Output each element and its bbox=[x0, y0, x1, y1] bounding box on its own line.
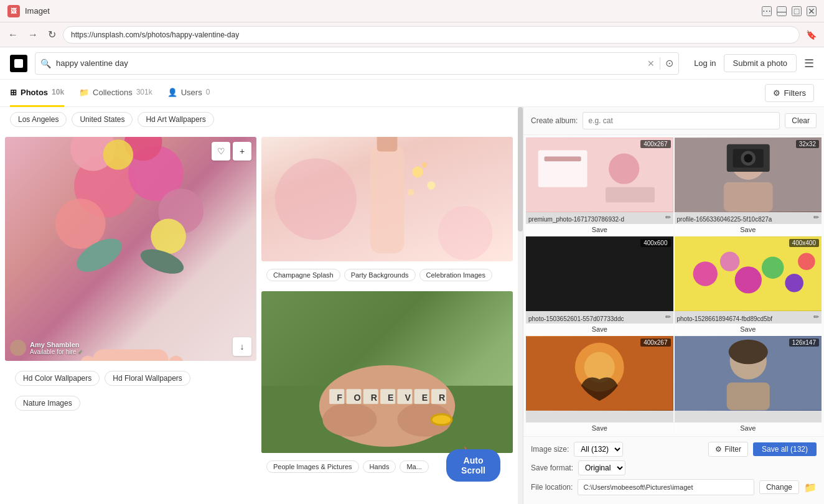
add-to-collection-button[interactable]: + bbox=[233, 142, 251, 161]
svg-rect-14 bbox=[370, 145, 405, 254]
tag-hd-color-wallpapers[interactable]: Hd Color Wallpapers bbox=[15, 371, 100, 386]
back-button[interactable]: ← bbox=[5, 28, 21, 42]
photo-flower-heart[interactable]: ♡ + Amy Shamblen Available for hire ✓ ↓ bbox=[5, 137, 256, 361]
saved-item-1[interactable]: 400x267 premium_photo-1671730786932-d ✏ … bbox=[526, 138, 673, 235]
auto-scroll-button[interactable]: Auto Scroll bbox=[446, 449, 500, 482]
saved-item-3[interactable]: 400x600 photo-1503652601-557d07733ddc ✏ … bbox=[526, 236, 673, 334]
svg-point-18 bbox=[408, 189, 414, 196]
photo-author: Amy Shamblen Available for hire ✓ bbox=[10, 340, 83, 356]
edit-icon-3[interactable]: ✏ bbox=[665, 313, 671, 321]
svg-point-19 bbox=[422, 162, 428, 168]
photo-champagne[interactable] bbox=[261, 137, 513, 261]
tag-party-backgrounds[interactable]: Party Backgrounds bbox=[344, 269, 416, 281]
tag-hd-art-wallpapers[interactable]: Hd Art Wallpapers bbox=[138, 112, 213, 127]
filters-button[interactable]: ⚙ Filters bbox=[765, 84, 814, 102]
img-size-badge-2: 32x32 bbox=[796, 140, 819, 148]
bookmark-button[interactable]: 🔖 bbox=[803, 29, 819, 41]
footer-row-3: File location: Change 📁 bbox=[531, 479, 817, 495]
like-button[interactable]: ♡ bbox=[212, 142, 230, 161]
save-format-select[interactable]: Original JPG PNG WebP bbox=[578, 460, 625, 475]
url-bar[interactable] bbox=[63, 26, 800, 44]
submit-photo-button[interactable]: Submit a photo bbox=[724, 54, 797, 72]
tag-celebration-images[interactable]: Celebration Images bbox=[419, 269, 492, 281]
save-format-label: Save format: bbox=[531, 464, 573, 472]
login-button[interactable]: Log in bbox=[694, 58, 716, 68]
champagne-tags: Champagne Splash Party Backgrounds Celeb… bbox=[261, 266, 513, 286]
bottom-tags-area2: Nature Images bbox=[5, 396, 256, 416]
svg-point-67 bbox=[728, 339, 767, 363]
edit-icon-4[interactable]: ✏ bbox=[813, 313, 819, 321]
saved-img-3 bbox=[526, 236, 673, 311]
save-item-button-5[interactable]: Save bbox=[526, 422, 673, 434]
search-divider bbox=[660, 57, 660, 70]
tag-united-states[interactable]: United States bbox=[72, 112, 133, 127]
maximize-btn[interactable]: □ bbox=[792, 6, 802, 16]
filter-button-small[interactable]: ⚙ Filter bbox=[708, 442, 748, 457]
tab-photos[interactable]: ⊞ Photos 10k bbox=[10, 80, 64, 107]
save-item-button-4[interactable]: Save bbox=[675, 323, 822, 335]
file-path-input[interactable] bbox=[578, 479, 754, 495]
edit-icon-1[interactable]: ✏ bbox=[665, 213, 671, 222]
tab-users[interactable]: 👤 Users 0 bbox=[167, 80, 210, 107]
tag-los-angeles[interactable]: Los Angeles bbox=[10, 112, 67, 127]
saved-item-2[interactable]: 32x32 profile-1656336046225-5f10c827a ✏ … bbox=[675, 138, 822, 235]
file-location-label: File location: bbox=[531, 483, 573, 492]
tag-ma[interactable]: Ma... bbox=[400, 460, 428, 473]
img-size-badge-1: 400x267 bbox=[640, 140, 670, 148]
svg-text:F: F bbox=[337, 393, 342, 403]
tag-hd-floral-wallpapers[interactable]: Hd Floral Wallpapers bbox=[105, 371, 190, 386]
svg-rect-13 bbox=[169, 356, 184, 361]
bottom-tags-area: Hd Color Wallpapers Hd Floral Wallpapers bbox=[5, 366, 256, 391]
tab-collections[interactable]: 📁 Collections 301k bbox=[79, 80, 152, 107]
save-all-button[interactable]: Save all (132) bbox=[753, 442, 817, 456]
users-icon: 👤 bbox=[167, 88, 177, 97]
image-size-select[interactable]: All (132) Large Medium Small bbox=[574, 442, 623, 457]
app-title: Imaget bbox=[25, 6, 50, 16]
saved-img-2 bbox=[675, 138, 822, 212]
svg-point-60 bbox=[798, 253, 815, 271]
refresh-button[interactable]: ↻ bbox=[45, 27, 59, 42]
saved-img-5 bbox=[526, 336, 673, 411]
saved-img-4 bbox=[675, 236, 822, 311]
content-panel: Los Angeles United States Hd Art Wallpap… bbox=[0, 107, 523, 504]
save-item-button-2[interactable]: Save bbox=[675, 223, 822, 235]
svg-point-57 bbox=[734, 267, 761, 294]
svg-rect-11 bbox=[93, 350, 168, 361]
folder-button[interactable]: 📁 bbox=[804, 482, 817, 493]
tag-champagne-splash[interactable]: Champagne Splash bbox=[266, 269, 340, 281]
tags-area: Los Angeles United States Hd Art Wallpap… bbox=[0, 107, 523, 132]
more-btn[interactable]: ⋯ bbox=[762, 6, 772, 16]
collections-icon: 📁 bbox=[79, 88, 89, 97]
change-button[interactable]: Change bbox=[759, 480, 799, 494]
minimize-btn[interactable]: — bbox=[777, 6, 787, 16]
saved-item-4[interactable]: 400x400 photo-1528661894674-fbd89cd5bf ✏… bbox=[675, 236, 822, 334]
scroll-track[interactable] bbox=[518, 107, 523, 504]
save-item-button-6[interactable]: Save bbox=[675, 422, 822, 434]
save-item-button-1[interactable]: Save bbox=[526, 223, 673, 235]
svg-point-55 bbox=[693, 262, 717, 286]
svg-point-21 bbox=[438, 206, 492, 260]
album-input[interactable] bbox=[583, 112, 780, 129]
close-btn[interactable]: ✕ bbox=[807, 6, 817, 16]
photo-grid: ♡ + Amy Shamblen Available for hire ✓ ↓ bbox=[0, 132, 523, 483]
download-button[interactable]: ↓ bbox=[233, 337, 251, 356]
tag-hands[interactable]: Hands bbox=[363, 460, 396, 473]
saved-images-grid: 400x267 premium_photo-1671730786932-d ✏ … bbox=[523, 135, 824, 436]
tag-people-images[interactable]: People Images & Pictures bbox=[266, 460, 359, 473]
saved-item-6[interactable]: 126x147 Save bbox=[675, 336, 822, 434]
svg-text:O: O bbox=[353, 393, 360, 403]
menu-button[interactable]: ☰ bbox=[804, 57, 814, 70]
tag-nature-images[interactable]: Nature Images bbox=[15, 396, 80, 411]
scroll-thumb[interactable] bbox=[518, 107, 523, 231]
forward-button[interactable]: → bbox=[25, 28, 41, 42]
img-size-badge-3: 400x600 bbox=[640, 239, 670, 247]
edit-icon-2[interactable]: ✏ bbox=[813, 213, 819, 222]
saved-item-5[interactable]: 400x267 Save bbox=[526, 336, 673, 434]
camera-search-button[interactable]: ⊙ bbox=[665, 57, 673, 69]
photo-hands-forever[interactable]: F O R E V E R bbox=[261, 291, 513, 453]
clear-button[interactable]: Clear bbox=[785, 113, 817, 128]
search-input[interactable] bbox=[56, 58, 642, 68]
titlebar: 🖼 Imaget ⋯ — □ ✕ bbox=[0, 0, 824, 22]
save-item-button-3[interactable]: Save bbox=[526, 323, 673, 335]
clear-search-button[interactable]: ✕ bbox=[647, 58, 655, 68]
